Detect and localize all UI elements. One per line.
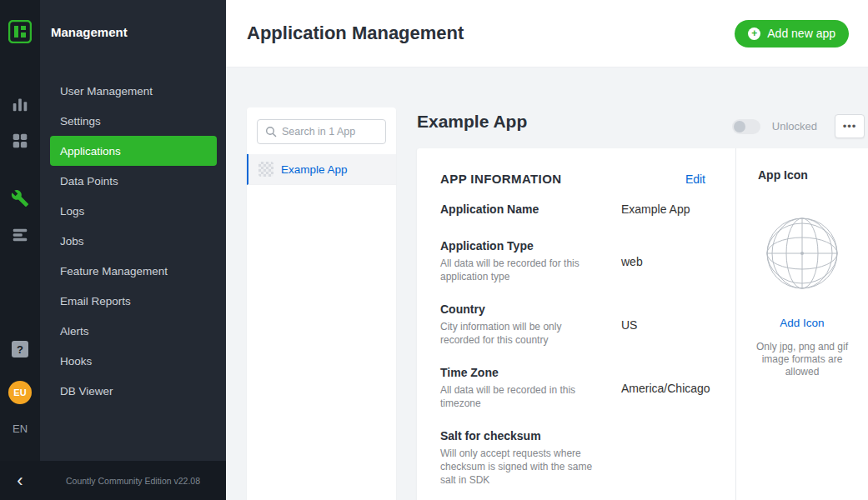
sidebar-footer: ‹ Countly Community Edition v22.08 [0,461,226,500]
field-value: America/Chicago [621,382,710,410]
icon-rail: ? EU EN [0,0,40,500]
app-thumbnail-icon [258,162,273,177]
field-description: All data will be recorded for this appli… [440,257,603,283]
left-column: ? EU EN Management User Management Setti… [0,0,226,500]
app-information-card: APP INFORMATION Edit Application Name Ex… [417,148,736,500]
data-layers-icon[interactable] [10,225,30,245]
management-sidebar: Management User Management Settings Appl… [40,0,226,500]
field-description: City information will be only recorded f… [440,320,603,347]
help-icon[interactable]: ? [12,341,28,358]
page-header: Application Management + Add new app [226,0,868,68]
app-icon-placeholder [765,216,840,294]
field-label: Country [440,302,603,316]
app-detail-header: Example App Unlocked ••• [417,108,868,148]
version-label: Countly Community Edition v22.08 [40,476,226,486]
field-salt-for-checksum: Salt for checksum Will only accept reque… [440,429,705,487]
sidebar-item-applications[interactable]: Applications [50,136,217,166]
detail-cards: APP INFORMATION Edit Application Name Ex… [417,148,868,500]
app-root: ? EU EN Management User Management Setti… [0,0,868,500]
field-country: Country City information will be only re… [440,302,705,347]
search-icon [264,125,278,138]
app-list-panel: Example App [247,108,396,500]
plus-icon: + [748,28,760,40]
app-information-header: APP INFORMATION Edit [440,172,705,186]
field-label: Application Name [440,202,603,216]
field-label: Time Zone [440,366,603,379]
management-wrench-icon[interactable] [10,188,30,208]
lock-toggle[interactable] [732,119,760,134]
sidebar-item-alerts[interactable]: Alerts [40,316,226,346]
sidebar-item-jobs[interactable]: Jobs [40,226,226,256]
sidebar-item-hooks[interactable]: Hooks [40,346,226,376]
analytics-icon[interactable] [10,94,30,114]
field-value: US [621,318,637,347]
app-list-item-label: Example App [281,163,348,176]
content-area: Example App Example App Unlocked ••• [226,68,868,500]
sidebar-title: Management [40,0,226,39]
sidebar-item-email-reports[interactable]: Email Reports [40,286,226,316]
field-description: All data will be recorded in this timezo… [440,383,603,410]
add-new-app-button[interactable]: + Add new app [735,20,849,48]
app-list-item[interactable]: Example App [247,154,396,185]
app-icon-title: App Icon [736,168,808,182]
sidebar-item-user-management[interactable]: User Management [40,76,226,106]
sidebar-item-logs[interactable]: Logs [40,196,226,226]
field-description: Will only accept requests where checksum… [440,447,603,487]
app-detail: Example App Unlocked ••• APP INFORMATION… [417,108,868,500]
toggle-knob [734,121,745,132]
field-value: web [621,255,643,283]
field-label: Salt for checksum [440,429,603,442]
user-avatar[interactable]: EU [8,381,32,404]
page-title: Application Management [247,22,735,44]
app-icon-card: App Icon [736,148,868,500]
app-detail-title: Example App [417,112,732,132]
field-value: Example App [621,202,690,220]
sidebar-item-data-points[interactable]: Data Points [40,166,226,196]
sidebar-item-feature-management[interactable]: Feature Management [40,256,226,286]
add-icon-link[interactable]: Add Icon [780,317,824,329]
field-application-type: Application Type All data will be record… [440,239,705,283]
more-options-button[interactable]: ••• [835,114,865,138]
main-area: Application Management + Add new app [226,0,868,500]
collapse-sidebar-icon[interactable]: ‹ [0,472,40,490]
add-new-app-label: Add new app [767,27,835,40]
language-selector[interactable]: EN [13,422,28,435]
countly-logo-icon[interactable] [8,20,32,47]
field-time-zone: Time Zone All data will be recorded in t… [440,366,705,410]
field-application-name: Application Name Example App [440,202,705,220]
sidebar-item-db-viewer[interactable]: DB Viewer [40,376,226,406]
edit-link[interactable]: Edit [685,172,705,186]
globe-wireframe-icon [765,216,840,291]
section-title: APP INFORMATION [440,172,685,186]
sidebar-menu: User Management Settings Applications Da… [40,76,226,406]
icon-format-hint: Only jpg, png and gif image formats are … [736,341,868,378]
field-label: Application Type [440,239,603,252]
lock-control: Unlocked ••• [732,114,865,138]
sidebar-item-settings[interactable]: Settings [40,106,226,136]
apps-grid-icon[interactable] [10,131,30,151]
lock-state-label: Unlocked [772,120,817,132]
app-search [257,119,386,144]
